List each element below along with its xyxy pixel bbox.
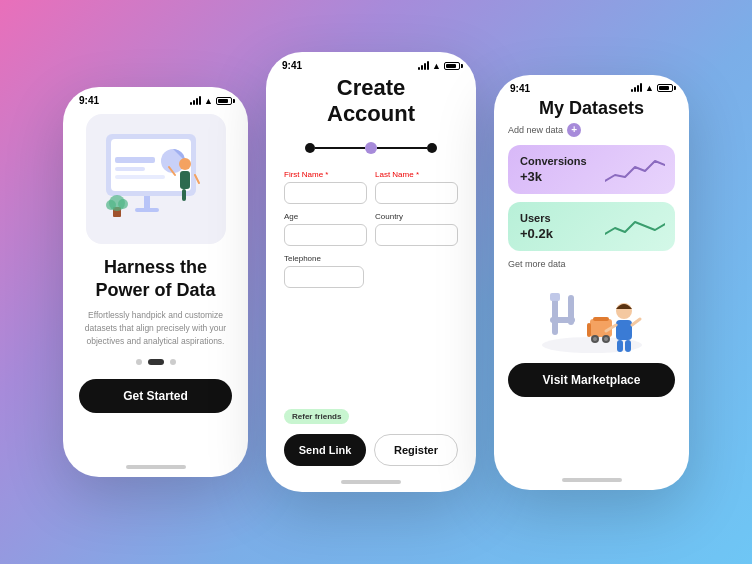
svg-rect-3	[115, 167, 145, 171]
refer-badge: Refer friends	[284, 409, 349, 424]
last-name-input[interactable]	[375, 182, 458, 204]
phone1-content: Harness the Power of Data Effortlessly h…	[63, 110, 248, 461]
status-bar-1: 9:41 ▲	[63, 87, 248, 110]
last-name-group: Last Name *	[375, 170, 458, 204]
svg-rect-6	[144, 196, 150, 208]
first-name-group: First Name *	[284, 170, 367, 204]
register-button[interactable]: Register	[374, 434, 458, 466]
telephone-group: Telephone	[284, 254, 458, 288]
send-link-button[interactable]: Send Link	[284, 434, 366, 466]
wifi-icon-1: ▲	[204, 96, 213, 106]
dot-2-active	[148, 359, 164, 365]
svg-rect-9	[180, 171, 190, 189]
status-time-1: 9:41	[79, 95, 99, 106]
home-indicator-3	[562, 478, 622, 482]
phone-2: 9:41 ▲ CreateAccount First Name *	[266, 52, 476, 492]
marketplace-illustration	[508, 275, 675, 355]
svg-point-16	[118, 199, 128, 209]
dot-1	[136, 359, 142, 365]
phone1-title: Harness the Power of Data	[79, 256, 232, 301]
home-indicator-1	[126, 465, 186, 469]
battery-icon-1	[216, 97, 232, 105]
signal-icon-2	[418, 62, 429, 70]
age-group: Age	[284, 212, 367, 246]
status-icons-2: ▲	[418, 61, 460, 71]
battery-icon-3	[657, 84, 673, 92]
svg-line-32	[632, 319, 640, 325]
country-group: Country	[375, 212, 458, 246]
step-line-1	[315, 147, 365, 149]
signal-icon-1	[190, 97, 201, 105]
svg-rect-19	[550, 293, 560, 301]
telephone-label: Telephone	[284, 254, 458, 263]
svg-rect-21	[568, 295, 574, 325]
svg-rect-28	[587, 323, 591, 337]
wifi-icon-2: ▲	[432, 61, 441, 71]
status-time-2: 9:41	[282, 60, 302, 71]
get-started-button[interactable]: Get Started	[79, 379, 232, 413]
country-input[interactable]	[375, 224, 458, 246]
visit-marketplace-button[interactable]: Visit Marketplace	[508, 363, 675, 397]
add-data-row: Add new data +	[508, 123, 675, 137]
svg-rect-33	[617, 340, 623, 352]
phone3-content: My Datasets Add new data + Conversions +…	[494, 98, 689, 474]
dot-3	[170, 359, 176, 365]
status-time-3: 9:41	[510, 83, 530, 94]
telephone-input[interactable]	[284, 266, 364, 288]
phone-3: 9:41 ▲ My Datasets Add new data + Conver…	[494, 75, 689, 490]
svg-rect-30	[616, 320, 632, 340]
battery-icon-2	[444, 62, 460, 70]
create-account-title: CreateAccount	[284, 75, 458, 128]
country-label: Country	[375, 212, 458, 221]
age-input[interactable]	[284, 224, 367, 246]
phone-1: 9:41 ▲	[63, 87, 248, 477]
first-name-label: First Name *	[284, 170, 367, 179]
hero-illustration-1	[86, 114, 226, 244]
svg-rect-7	[135, 208, 159, 212]
step-dot-3	[427, 143, 437, 153]
age-label: Age	[284, 212, 367, 221]
svg-rect-2	[115, 157, 155, 163]
name-row: First Name * Last Name *	[284, 170, 458, 204]
status-icons-3: ▲	[631, 83, 673, 93]
pagination-dots-1	[136, 359, 176, 365]
home-indicator-2	[341, 480, 401, 484]
svg-rect-23	[593, 317, 609, 321]
users-chart	[605, 210, 665, 246]
svg-point-8	[179, 158, 191, 170]
svg-rect-4	[115, 175, 165, 179]
step-dot-2-active	[365, 142, 377, 154]
conversions-chart	[605, 153, 665, 189]
status-bar-2: 9:41 ▲	[266, 52, 476, 75]
step-line-2	[377, 147, 427, 149]
conversions-card: Conversions +3k	[508, 145, 675, 194]
last-name-label: Last Name *	[375, 170, 458, 179]
telephone-row: Telephone	[284, 254, 458, 288]
wifi-icon-3: ▲	[645, 83, 654, 93]
svg-point-27	[604, 337, 608, 341]
step-dot-1	[305, 143, 315, 153]
age-country-row: Age Country	[284, 212, 458, 246]
add-data-text: Add new data	[508, 125, 563, 135]
first-name-input[interactable]	[284, 182, 367, 204]
phone2-content: CreateAccount First Name * Last Name *	[266, 75, 476, 476]
add-data-icon[interactable]: +	[567, 123, 581, 137]
status-icons-1: ▲	[190, 96, 232, 106]
steps-indicator	[284, 142, 458, 154]
users-card: Users +0.2k	[508, 202, 675, 251]
status-bar-3: 9:41 ▲	[494, 75, 689, 98]
phone1-description: Effortlessly handpick and customize data…	[79, 309, 232, 347]
get-more-text: Get more data	[508, 259, 675, 269]
svg-point-15	[106, 200, 116, 210]
signal-icon-3	[631, 84, 642, 92]
svg-rect-34	[625, 340, 631, 352]
datasets-title: My Datasets	[508, 98, 675, 119]
action-buttons: Send Link Register	[284, 434, 458, 466]
svg-point-25	[593, 337, 597, 341]
svg-rect-10	[182, 189, 186, 201]
